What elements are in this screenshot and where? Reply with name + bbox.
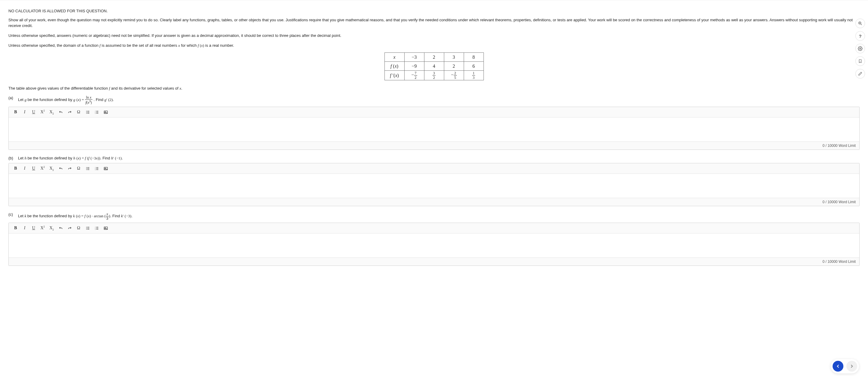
bookmark-icon (858, 59, 862, 63)
table-header-fprimex: f ′(x) (384, 71, 404, 80)
redo-button[interactable] (66, 165, 73, 172)
undo-button[interactable] (57, 108, 65, 116)
bullet-list-button[interactable] (84, 108, 92, 116)
instr3-pre: Unless otherwise specified, the domain o… (8, 43, 100, 48)
svg-point-2 (86, 112, 87, 112)
underline-button[interactable]: U (30, 224, 37, 232)
svg-rect-17 (87, 168, 89, 169)
special-char-button[interactable]: Ω (75, 224, 83, 232)
superscript-button[interactable]: X2 (39, 224, 46, 232)
underline-button[interactable]: U (30, 108, 37, 116)
part-c-text: Let k be the function defined by k (x) =… (18, 212, 860, 220)
editor-toolbar: B I U X2 X2 Ω 123 (9, 163, 859, 174)
answer-editor-a: B I U X2 X2 Ω 123 0 / 10000 Word Limit (8, 107, 860, 150)
part-a: (a) Let g be the function defined by g (… (8, 96, 860, 104)
answer-input-b[interactable] (9, 174, 859, 198)
question-page: NO CALCULATOR IS ALLOWED FOR THIS QUESTI… (0, 3, 868, 284)
svg-text:3: 3 (95, 228, 96, 230)
numbered-list-button[interactable]: 123 (93, 165, 100, 172)
superscript-button[interactable]: X2 (39, 165, 46, 172)
bookmark-button[interactable] (856, 56, 865, 66)
editor-toolbar: B I U X2 X2 Ω 123 (9, 223, 859, 234)
svg-point-46 (860, 48, 861, 49)
pencil-icon (858, 72, 862, 76)
svg-point-30 (86, 228, 87, 228)
part-b-label: (b) (8, 156, 15, 160)
svg-rect-5 (87, 113, 89, 113)
settings-button[interactable] (856, 44, 865, 53)
image-button[interactable] (102, 165, 110, 172)
svg-point-0 (86, 111, 87, 111)
svg-rect-29 (87, 227, 89, 227)
bullet-list-button[interactable] (84, 165, 92, 172)
redo-button[interactable] (66, 224, 73, 232)
numbered-list-button[interactable]: 123 (93, 224, 100, 232)
table-caption: The table above gives values of the diff… (8, 86, 860, 92)
svg-rect-9 (96, 112, 98, 112)
svg-rect-21 (96, 167, 98, 168)
bold-button[interactable]: B (12, 165, 20, 172)
table-cell: 13 (464, 71, 484, 80)
table-cell: 8 (464, 53, 484, 62)
svg-rect-19 (87, 169, 89, 170)
svg-rect-35 (96, 227, 98, 227)
svg-rect-15 (87, 167, 89, 168)
zoom-in-button[interactable] (856, 19, 865, 28)
instr3-post: is a real number. (204, 43, 234, 48)
undo-button[interactable] (57, 165, 65, 172)
answer-editor-c: B I U X2 X2 Ω 123 0 / 10000 Word Limit (8, 223, 860, 266)
bold-button[interactable]: B (12, 108, 20, 116)
redo-button[interactable] (66, 108, 73, 116)
table-row: f (x) −9 4 2 6 (384, 62, 484, 71)
bullet-list-button[interactable] (84, 224, 92, 232)
svg-point-28 (86, 227, 87, 228)
answer-input-c[interactable] (9, 234, 859, 257)
image-button[interactable] (102, 224, 110, 232)
undo-button[interactable] (57, 224, 65, 232)
caption-mid: and its derivative for selected values o… (110, 86, 180, 91)
instructions-work: Show all of your work, even though the q… (8, 18, 860, 29)
instructions-domain: Unless otherwise specified, the domain o… (8, 43, 860, 48)
superscript-button[interactable]: X2 (39, 108, 46, 116)
svg-rect-7 (96, 111, 98, 111)
word-limit-footer: 0 / 10000 Word Limit (9, 257, 859, 266)
bold-button[interactable]: B (12, 224, 20, 232)
numbered-list-button[interactable]: 123 (93, 108, 100, 116)
subscript-button[interactable]: X2 (48, 224, 56, 232)
italic-button[interactable]: I (21, 108, 29, 116)
editor-toolbar: B I U X2 X2 Ω 123 (9, 107, 859, 117)
part-a-label: (a) (8, 96, 15, 100)
help-icon: ? (859, 34, 861, 39)
right-rail: ? (856, 19, 865, 78)
caption-post: . (181, 86, 183, 91)
annotate-button[interactable] (856, 69, 865, 78)
svg-rect-3 (87, 112, 89, 112)
subscript-button[interactable]: X2 (48, 165, 56, 172)
instructions-simplify: Unless otherwise specified, answers (num… (8, 33, 860, 39)
subscript-button[interactable]: X2 (48, 108, 56, 116)
answer-editor-b: B I U X2 X2 Ω 123 0 / 10000 Word Limit (8, 163, 860, 206)
table-cell: −72 (404, 71, 424, 80)
answer-input-a[interactable] (9, 117, 859, 141)
instr3-mid2: for which (180, 43, 198, 48)
svg-rect-39 (96, 229, 98, 229)
part-c-label: (c) (8, 212, 15, 217)
italic-button[interactable]: I (21, 224, 29, 232)
table-cell: 32 (424, 71, 444, 80)
instr3-mid1: is assumed to be the set of all real num… (100, 43, 178, 48)
gear-icon (858, 46, 863, 51)
table-cell: −25 (444, 71, 464, 80)
italic-button[interactable]: I (21, 165, 29, 172)
no-calculator-notice: NO CALCULATOR IS ALLOWED FOR THIS QUESTI… (8, 9, 860, 13)
image-button[interactable] (102, 108, 110, 116)
underline-button[interactable]: U (30, 165, 37, 172)
table-row: f ′(x) −72 32 −25 13 (384, 71, 484, 80)
help-button[interactable]: ? (856, 31, 865, 41)
svg-text:3: 3 (95, 169, 96, 170)
table-row: x −3 2 3 8 (384, 53, 484, 62)
part-b-text: Let h be the function defined by h (x) =… (18, 156, 860, 161)
word-limit-footer: 0 / 10000 Word Limit (9, 198, 859, 206)
special-char-button[interactable]: Ω (75, 108, 83, 116)
table-cell: 3 (444, 53, 464, 62)
special-char-button[interactable]: Ω (75, 165, 83, 172)
